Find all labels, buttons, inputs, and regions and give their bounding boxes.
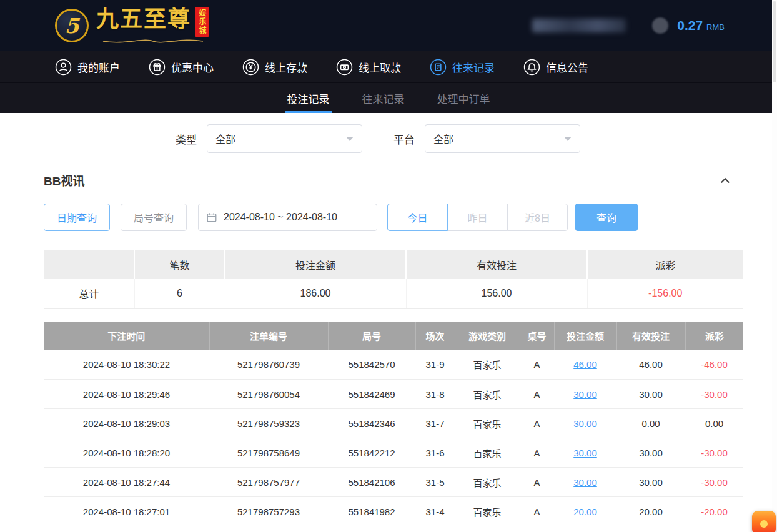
nav-item-records[interactable]: 往来记录: [430, 59, 495, 76]
cell-bet-id: 521798760054: [209, 380, 328, 409]
summary-header-bet-amount: 投注金额: [225, 250, 406, 279]
cell-table-no: A: [520, 380, 554, 409]
red-envelope-widget[interactable]: [752, 511, 776, 532]
yesterday-button[interactable]: 昨日: [447, 204, 508, 231]
collapse-section-button[interactable]: [718, 174, 732, 187]
header-payout: 派彩: [685, 322, 743, 350]
bet-amount-link[interactable]: 30.00: [573, 389, 597, 400]
summary-total-count: 6: [134, 279, 225, 308]
header-session: 场次: [415, 322, 455, 350]
brand-logo[interactable]: 5 九五至尊 娱乐城: [55, 7, 209, 45]
gift-icon: [149, 59, 166, 76]
brand-name: 九五至尊: [96, 7, 191, 32]
type-filter-label: 类型: [176, 131, 197, 147]
avatar: [652, 17, 668, 34]
account-area: 0.27 RMB: [532, 17, 725, 34]
nav-label: 往来记录: [452, 59, 495, 75]
cell-game-type: 百家乐: [455, 350, 520, 380]
sub-tab-bar: 投注记录 往来记录 处理中订单: [0, 82, 777, 113]
cell-round-id: 551842212: [328, 438, 415, 468]
cell-session: 31-5: [415, 468, 455, 497]
summary-total-bet-amount: 186.00: [225, 279, 406, 308]
search-button[interactable]: 查询: [575, 204, 638, 231]
nav-label: 线上存款: [265, 59, 307, 75]
query-controls: 日期查询 局号查询 2024-08-10 ~ 2024-08-10 今日 昨日 …: [0, 189, 777, 231]
cell-valid-bet: 20.00: [616, 497, 685, 526]
cell-session: 31-4: [415, 497, 455, 526]
nav-item-withdraw[interactable]: 线上取款: [336, 59, 401, 76]
header-bet-id: 注单编号: [209, 322, 328, 350]
summary-total-label: 总计: [44, 279, 134, 308]
cell-time: 2024-08-10 18:27:01: [44, 497, 209, 526]
summary-table: 笔数 投注金额 有效投注 派彩 总计 6 186.00 156.00 -156.…: [44, 250, 743, 309]
cell-bet-id: 521798757293: [209, 497, 328, 526]
cell-valid-bet: 30.00: [616, 380, 685, 409]
summary-header-payout: 派彩: [587, 250, 743, 279]
records-icon: [430, 59, 447, 76]
chevron-down-icon: [346, 137, 354, 141]
logo-five-icon: 5: [55, 9, 89, 42]
cell-round-id: 551841982: [328, 497, 415, 526]
cell-game-type: 百家乐: [455, 497, 520, 526]
cell-payout: -20.00: [685, 497, 743, 526]
nav-label: 信息公告: [546, 59, 588, 75]
chevron-up-icon: [718, 174, 732, 187]
header-table-no: 桌号: [520, 322, 554, 350]
round-query-button[interactable]: 局号查询: [121, 204, 187, 231]
chevron-down-icon: [564, 137, 572, 141]
cell-table-no: A: [520, 409, 554, 438]
bet-amount-link[interactable]: 30.00: [573, 477, 597, 488]
type-select[interactable]: 全部: [207, 124, 362, 153]
cell-round-id: 551842570: [328, 350, 415, 380]
cell-time: 2024-08-10 18:30:22: [44, 350, 209, 380]
brand-text: 九五至尊 娱乐城: [96, 7, 209, 45]
cell-table-no: A: [520, 468, 554, 497]
cell-game-type: 百家乐: [455, 468, 520, 497]
flourish-decoration: [100, 37, 206, 45]
tab-processing-orders[interactable]: 处理中订单: [435, 83, 493, 113]
user-icon: [55, 59, 72, 76]
cell-session: 31-7: [415, 409, 455, 438]
cell-valid-bet: 30.00: [616, 468, 685, 497]
tab-transaction-records[interactable]: 往来记录: [360, 83, 407, 113]
today-button[interactable]: 今日: [387, 204, 448, 231]
nav-item-deposit[interactable]: 线上存款: [242, 59, 307, 76]
table-header-row: 下注时间 注单编号 局号 场次 游戏类别 桌号 投注金额 有效投注 派彩: [44, 322, 743, 350]
scrollbar[interactable]: [772, 0, 777, 532]
cell-payout: -30.00: [685, 468, 743, 497]
last-8-days-button[interactable]: 近8日: [507, 204, 568, 231]
summary-total-row: 总计 6 186.00 156.00 -156.00: [44, 279, 743, 308]
tab-bet-records[interactable]: 投注记录: [285, 83, 332, 113]
nav-label: 我的账户: [77, 59, 120, 75]
username-masked: [532, 19, 626, 32]
main-nav: 我的账户 优惠中心 线上存款 线上取款 往来记录 信息公告: [0, 51, 777, 82]
bet-amount-link[interactable]: 20.00: [573, 506, 597, 517]
balance: 0.27 RMB: [677, 18, 725, 33]
cell-game-type: 百家乐: [455, 409, 520, 438]
scrollbar-thumb[interactable]: [773, 1, 776, 82]
platform-select[interactable]: 全部: [425, 124, 580, 153]
cell-time: 2024-08-10 18:27:44: [44, 468, 209, 497]
cell-time: 2024-08-10 18:29:03: [44, 409, 209, 438]
summary-header-empty: [44, 250, 134, 279]
date-query-button[interactable]: 日期查询: [44, 204, 110, 231]
bet-amount-link[interactable]: 30.00: [573, 448, 597, 458]
nav-item-promotions[interactable]: 优惠中心: [149, 59, 214, 76]
bet-amount-link[interactable]: 46.00: [573, 359, 597, 370]
nav-item-my-account[interactable]: 我的账户: [55, 59, 120, 76]
platform-select-value: 全部: [433, 131, 453, 146]
brand-subtitle: 娱乐城: [195, 7, 209, 37]
table-row: 2024-08-10 18:29:46 521798760054 5518424…: [44, 380, 743, 409]
cell-bet-id: 521798757977: [209, 468, 328, 497]
cell-time: 2024-08-10 18:28:20: [44, 438, 209, 468]
cell-table-no: A: [520, 497, 554, 526]
bet-amount-link[interactable]: 30.00: [573, 418, 597, 429]
cell-payout: -30.00: [685, 438, 743, 468]
date-range-value: 2024-08-10 ~ 2024-08-10: [224, 212, 337, 223]
cell-round-id: 551842346: [328, 409, 415, 438]
cell-game-type: 百家乐: [455, 438, 520, 468]
cell-time: 2024-08-10 18:29:46: [44, 380, 209, 409]
nav-item-announcements[interactable]: 信息公告: [523, 59, 588, 76]
bet-records-table: 下注时间 注单编号 局号 场次 游戏类别 桌号 投注金额 有效投注 派彩 202…: [44, 322, 743, 527]
date-range-input[interactable]: 2024-08-10 ~ 2024-08-10: [198, 204, 377, 231]
